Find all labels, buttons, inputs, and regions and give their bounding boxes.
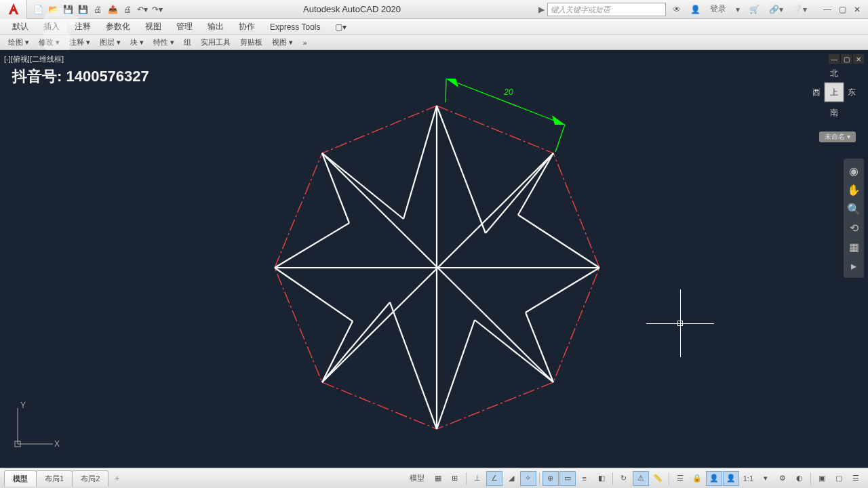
panel-more[interactable]: » — [298, 37, 311, 48]
app-logo[interactable] — [0, 0, 27, 19]
units-icon[interactable]: 📏 — [650, 471, 666, 486]
save-icon[interactable]: 💾 — [61, 3, 75, 16]
dyn-icon[interactable]: ▭ — [559, 471, 576, 486]
custom-icon[interactable]: ☰ — [848, 471, 864, 486]
svg-line-13 — [437, 106, 486, 233]
minimize-icon[interactable]: — — [821, 4, 834, 15]
quick-access-toolbar: 📄 📂 💾 💾 🖨 📤 🖨 ↶▾ ↷▾ — [27, 3, 168, 16]
panel-block[interactable]: 块 ▾ — [126, 36, 148, 49]
tab-insert[interactable]: 插入 — [37, 19, 66, 35]
tab-output[interactable]: 输出 — [201, 19, 231, 35]
panel-modify[interactable]: 修改 ▾ — [35, 36, 64, 49]
tab-express[interactable]: Express Tools — [263, 20, 327, 34]
snap-icon[interactable]: ⊞ — [447, 471, 463, 486]
iso-icon[interactable]: ◢ — [503, 471, 519, 486]
lwt-icon[interactable]: ≡ — [576, 471, 593, 486]
panel-view[interactable]: 视图 ▾ — [268, 36, 297, 49]
panel-annotate[interactable]: 注释 ▾ — [65, 36, 94, 49]
cart-icon[interactable]: 🛒 — [747, 3, 762, 16]
star-figure — [275, 106, 599, 429]
ws-icon[interactable]: ⚙ — [774, 471, 791, 486]
panel-utils[interactable]: 实用工具 — [197, 36, 235, 49]
qp-icon[interactable]: ☰ — [672, 471, 688, 486]
svg-line-2 — [446, 79, 565, 125]
publish-icon[interactable]: 📤 — [106, 3, 119, 16]
tab-default[interactable]: 默认 — [5, 19, 35, 35]
hardware-icon[interactable]: ◐ — [791, 471, 808, 486]
help-icon[interactable]: ❔▾ — [790, 3, 810, 16]
scale-label[interactable]: 1:1 — [740, 471, 757, 486]
redo-icon[interactable]: ↷▾ — [151, 3, 164, 16]
drawing-content: 20 — [0, 50, 868, 468]
plot-icon[interactable]: 🖨 — [91, 3, 104, 16]
nav-zoom-icon[interactable]: 🔍 — [844, 199, 864, 218]
statusbar: 模型 布局1 布局2 + 模型 ▦ ⊞ ⊥ ∠ ◢ ✧ ⊕ ▭ ≡ ◧ ↻ ⚠ … — [0, 468, 868, 488]
cleanscreen-icon[interactable]: ▢ — [831, 471, 847, 486]
isolate-icon[interactable]: ▣ — [814, 471, 830, 486]
print-icon[interactable]: 🖨 — [121, 3, 134, 16]
nav-showmotion-icon[interactable]: ▦ — [844, 237, 864, 256]
ortho-icon[interactable]: ⊥ — [469, 471, 486, 486]
svg-marker-4 — [552, 115, 565, 125]
tab-add-button[interactable]: + — [108, 471, 126, 486]
nav-pan-icon[interactable]: ✋ — [844, 180, 864, 199]
tab-layout2[interactable]: 布局2 — [72, 470, 108, 487]
search-input[interactable]: 键入关键字或短语 — [547, 3, 666, 16]
transparency-icon[interactable]: ◧ — [593, 471, 610, 486]
view-unnamed-label[interactable]: 未命名 ▾ — [819, 131, 856, 142]
nav-wheel-icon[interactable]: ◉ — [844, 161, 864, 180]
svg-text:20: 20 — [503, 87, 513, 97]
panel-layers[interactable]: 图层 ▾ — [96, 36, 125, 49]
app-store-icon[interactable]: 🔗▾ — [766, 3, 786, 16]
signin-label[interactable]: 登录 — [707, 2, 729, 16]
tab-layout1[interactable]: 布局1 — [36, 470, 73, 487]
svg-line-20 — [322, 302, 390, 382]
svg-line-18 — [437, 320, 475, 429]
tab-manage[interactable]: 管理 — [170, 19, 199, 35]
tab-collaborate[interactable]: 协作 — [232, 19, 262, 35]
annovisibility-icon[interactable]: 👤 — [706, 471, 722, 486]
svg-line-17 — [526, 268, 599, 312]
panel-group[interactable]: 组 — [180, 36, 195, 49]
panel-props[interactable]: 特性 ▾ — [149, 36, 178, 49]
svg-line-0 — [446, 79, 446, 102]
annoscale-icon[interactable]: 🔒 — [689, 471, 705, 486]
status-model-label[interactable]: 模型 — [405, 471, 429, 486]
open-icon[interactable]: 📂 — [46, 3, 60, 16]
infocenter-icon[interactable]: 👁 — [670, 3, 684, 16]
new-icon[interactable]: 📄 — [31, 3, 45, 16]
tab-annotate[interactable]: 注释 — [68, 19, 98, 35]
ribbon-panels: 绘图 ▾ 修改 ▾ 注释 ▾ 图层 ▾ 块 ▾ 特性 ▾ 组 实用工具 剪贴板 … — [0, 35, 868, 50]
signin-chevron-icon[interactable]: ▾ — [733, 3, 743, 16]
nav-orbit-icon[interactable]: ⟲ — [844, 218, 864, 237]
search-play-icon[interactable]: ▶ — [536, 3, 547, 16]
svg-line-25 — [275, 223, 349, 268]
grid-icon[interactable]: ▦ — [430, 471, 446, 486]
svg-line-1 — [555, 125, 565, 152]
svg-marker-3 — [446, 79, 458, 87]
tab-parametric[interactable]: 参数化 — [99, 19, 137, 35]
signin-icon[interactable]: 👤 — [688, 3, 703, 16]
nav-more-icon[interactable]: ▸ — [844, 256, 864, 275]
saveas-icon[interactable]: 💾 — [76, 3, 90, 16]
tab-view[interactable]: 视图 — [138, 19, 168, 35]
cycle-icon[interactable]: ↻ — [616, 471, 632, 486]
tab-model[interactable]: 模型 — [4, 470, 37, 487]
panel-clipboard[interactable]: 剪贴板 — [236, 36, 267, 49]
svg-line-15 — [518, 153, 553, 215]
panel-draw[interactable]: 绘图 ▾ — [4, 36, 33, 49]
scale-chevron-icon[interactable]: ▾ — [757, 471, 774, 486]
annomonitor-icon[interactable]: ⚠ — [633, 471, 649, 486]
ribbon-collapse-icon[interactable]: ▢▾ — [328, 20, 353, 34]
maximize-icon[interactable]: ▢ — [835, 4, 849, 15]
svg-line-12 — [486, 153, 553, 233]
close-icon[interactable]: ✕ — [850, 4, 864, 15]
osnap-icon[interactable]: ✧ — [520, 471, 536, 486]
drawing-canvas[interactable]: [-][俯视][二维线框] 抖音号: 1400576327 — ▢ ✕ 20 — [0, 50, 868, 468]
otrack-icon[interactable]: ⊕ — [542, 471, 559, 486]
undo-icon[interactable]: ↶▾ — [136, 3, 149, 16]
polar-icon[interactable]: ∠ — [486, 471, 502, 486]
navigation-bar: ◉ ✋ 🔍 ⟲ ▦ ▸ — [844, 159, 864, 278]
svg-line-22 — [275, 268, 353, 321]
annoauto-icon[interactable]: 👤 — [723, 471, 739, 486]
